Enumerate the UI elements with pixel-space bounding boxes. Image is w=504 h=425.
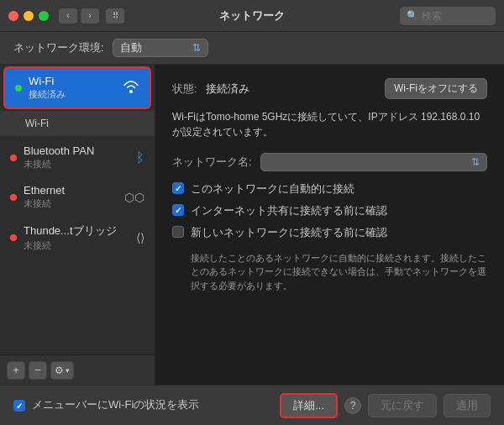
window-title: ネットワーク <box>219 8 285 24</box>
checkbox-new-network[interactable] <box>172 226 184 238</box>
ethernet-info: Ethernet 未接続 <box>24 184 118 210</box>
remove-button[interactable]: − <box>29 361 47 380</box>
right-panel: 状態: 接続済み Wi-Fiをオフにする Wi-FiはTomo-home 5GH… <box>155 65 504 385</box>
wifi-sub-name: Wi-Fi <box>25 118 49 129</box>
checkbox-group: このネットワークに自動的に接続 インターネット共有に接続する前に確認 新しいネッ… <box>172 181 487 241</box>
thunderbolt-icon: ⟨⟩ <box>136 231 144 244</box>
search-box: 🔍 <box>400 7 496 25</box>
titlebar: ‹ › ⠿ ネットワーク 🔍 <box>0 0 504 32</box>
ethernet-icon: ⬡⬡ <box>124 191 144 204</box>
checkbox-row-2: 新しいネットワークに接続する前に確認 <box>172 225 487 240</box>
chevron-updown-icon: ⇅ <box>192 42 201 54</box>
sidebar-item-thunderbolt[interactable]: Thunde...tブリッジ 未接続 ⟨⟩ <box>0 217 155 259</box>
close-button[interactable] <box>8 11 18 21</box>
sidebar-item-wifi[interactable]: Wi-Fi 接続済み <box>3 66 151 109</box>
checkbox-auto-connect-label: このネットワークに自動的に接続 <box>191 181 354 197</box>
sidebar: Wi-Fi 接続済み Wi-Fi <box>0 65 155 385</box>
wifi-name: Wi-Fi <box>29 75 116 87</box>
status-dot-ethernet <box>10 194 17 201</box>
menubar-checkbox-label: メニューバーにWi-Fiの状況を表示 <box>32 397 199 412</box>
apply-button[interactable]: 適用 <box>444 394 491 417</box>
env-label: ネットワーク環境: <box>13 40 104 55</box>
bluetooth-status: 未接続 <box>24 158 129 171</box>
checkbox-auto-connect[interactable] <box>172 182 184 194</box>
bluetooth-info: Bluetooth PAN 未接続 <box>24 144 129 171</box>
thunderbolt-status: 未接続 <box>24 239 129 252</box>
search-icon: 🔍 <box>407 10 418 21</box>
maximize-button[interactable] <box>39 11 49 21</box>
checkbox-internet-share-label: インターネット共有に接続する前に確認 <box>191 203 387 218</box>
bottom-right-buttons: 詳細... ? 元に戻す 適用 <box>280 393 491 418</box>
menubar-checkbox-row: メニューバーにWi-Fiの状況を表示 <box>13 397 280 412</box>
thunderbolt-info: Thunde...tブリッジ 未接続 <box>24 223 129 252</box>
status-dot-bluetooth <box>10 155 17 161</box>
env-select-value: 自動 <box>120 40 142 55</box>
checkbox-internet-share[interactable] <box>172 204 184 216</box>
status-dot-thunderbolt <box>10 234 17 241</box>
checkbox-row-0: このネットワークに自動的に接続 <box>172 181 487 197</box>
network-name-row: ネットワーク名: ⇅ <box>172 153 487 171</box>
help-button[interactable]: ? <box>344 397 361 414</box>
ethernet-name: Ethernet <box>24 184 118 197</box>
revert-button[interactable]: 元に戻す <box>368 394 437 417</box>
env-bar: ネットワーク環境: 自動 ⇅ <box>0 32 504 65</box>
minimize-button[interactable] <box>24 11 34 21</box>
wifi-signal-icon <box>123 80 139 97</box>
details-button[interactable]: 詳細... <box>280 393 338 418</box>
thunderbolt-name: Thunde...tブリッジ <box>24 223 129 239</box>
sidebar-item-bluetooth[interactable]: Bluetooth PAN 未接続 ᛒ <box>0 138 155 177</box>
status-description: Wi-FiはTomo-home 5GHzに接続していて、IPアドレス 192.1… <box>172 109 487 139</box>
wifi-info: Wi-Fi 接続済み <box>29 75 116 101</box>
checkbox-new-network-label: 新しいネットワークに接続する前に確認 <box>191 225 387 240</box>
search-input[interactable] <box>422 10 489 22</box>
network-chevron-icon: ⇅ <box>471 156 480 168</box>
traffic-lights <box>8 11 49 21</box>
nav-buttons: ‹ › <box>59 8 99 24</box>
sidebar-item-ethernet[interactable]: Ethernet 未接続 ⬡⬡ <box>0 177 155 217</box>
env-select[interactable]: 自動 ⇅ <box>113 39 208 57</box>
back-button[interactable]: ‹ <box>59 8 77 24</box>
forward-button[interactable]: › <box>81 8 99 24</box>
menubar-checkbox[interactable] <box>13 400 25 412</box>
note-text: 接続したことのあるネットワークに自動的に接続されます。接続したことのあるネットワ… <box>172 251 487 293</box>
network-name-label: ネットワーク名: <box>172 155 252 170</box>
ethernet-status: 未接続 <box>24 197 118 210</box>
bluetooth-icon: ᛒ <box>136 150 144 165</box>
gear-icon: ⚙ <box>55 365 64 376</box>
sidebar-toolbar: + − ⚙ ▾ <box>0 354 155 385</box>
main-content: ネットワーク環境: 自動 ⇅ Wi-Fi 接続済み <box>0 32 504 425</box>
status-dot-wifi <box>15 85 22 92</box>
sidebar-list: Wi-Fi 接続済み Wi-Fi <box>0 65 155 354</box>
add-button[interactable]: + <box>7 361 25 380</box>
status-row: 状態: 接続済み Wi-Fiをオフにする <box>172 78 487 99</box>
chevron-down-icon: ▾ <box>66 366 70 375</box>
checkbox-row-1: インターネット共有に接続する前に確認 <box>172 203 487 218</box>
grid-button[interactable]: ⠿ <box>106 8 124 24</box>
content-area: Wi-Fi 接続済み Wi-Fi <box>0 65 504 385</box>
network-name-select[interactable]: ⇅ <box>260 153 487 171</box>
status-value: 接続済み <box>206 81 249 97</box>
wifi-off-button[interactable]: Wi-Fiをオフにする <box>385 78 487 99</box>
bluetooth-name: Bluetooth PAN <box>24 144 129 157</box>
bottom-bar: メニューバーにWi-Fiの状況を表示 詳細... ? 元に戻す 適用 <box>0 385 504 425</box>
status-label: 状態: <box>172 81 197 97</box>
sidebar-item-wifi-sub[interactable]: Wi-Fi <box>0 111 155 136</box>
wifi-status: 接続済み <box>29 88 116 101</box>
gear-button[interactable]: ⚙ ▾ <box>50 361 74 380</box>
